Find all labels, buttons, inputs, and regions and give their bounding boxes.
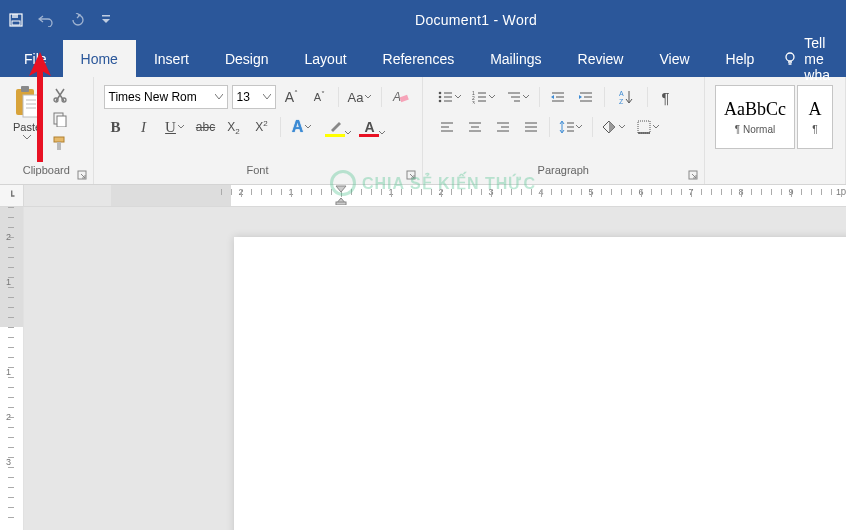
svg-rect-15 bbox=[54, 137, 64, 142]
highlight-button[interactable] bbox=[321, 115, 351, 139]
svg-point-22 bbox=[439, 96, 442, 99]
save-icon[interactable] bbox=[8, 12, 24, 28]
ruler-label: 1 bbox=[6, 367, 11, 377]
tab-mailings[interactable]: Mailings bbox=[472, 40, 559, 77]
shrink-font-button[interactable]: A˅ bbox=[308, 85, 332, 109]
svg-rect-3 bbox=[102, 15, 110, 17]
font-name-combo[interactable]: Times New Rom bbox=[104, 85, 228, 109]
style-name: ¶ Normal bbox=[735, 124, 775, 135]
bold-button[interactable]: B bbox=[104, 115, 128, 139]
tab-view[interactable]: View bbox=[641, 40, 707, 77]
superscript-button[interactable]: X2 bbox=[250, 115, 274, 139]
tab-selector[interactable]: ┗ bbox=[0, 185, 24, 206]
line-spacing-button[interactable] bbox=[556, 115, 586, 139]
increase-indent-button[interactable] bbox=[574, 85, 598, 109]
justify-button[interactable] bbox=[519, 115, 543, 139]
qat-customize-icon[interactable] bbox=[98, 12, 114, 28]
cut-icon[interactable] bbox=[52, 87, 70, 105]
strikethrough-button[interactable]: abc bbox=[194, 115, 218, 139]
borders-button[interactable] bbox=[633, 115, 663, 139]
group-styles: AaBbCc ¶ Normal A ¶ bbox=[705, 77, 846, 184]
show-marks-button[interactable]: ¶ bbox=[654, 85, 678, 109]
svg-rect-62 bbox=[336, 202, 346, 205]
tab-design[interactable]: Design bbox=[207, 40, 287, 77]
redo-icon[interactable] bbox=[68, 12, 84, 28]
chevron-down-icon bbox=[215, 93, 223, 101]
vertical-ruler[interactable]: 21123 bbox=[0, 207, 24, 530]
align-center-button[interactable] bbox=[463, 115, 487, 139]
horizontal-ruler[interactable]: 2112345678910 bbox=[231, 185, 846, 206]
document-title: Document1 - Word bbox=[114, 12, 838, 28]
font-size-combo[interactable]: 13 bbox=[232, 85, 276, 109]
ribbon: Paste Clipboard bbox=[0, 77, 846, 185]
dialog-launcher-icon[interactable] bbox=[688, 170, 700, 182]
svg-rect-59 bbox=[638, 121, 650, 133]
chevron-down-icon bbox=[263, 93, 271, 101]
indent-marker-icon[interactable] bbox=[335, 185, 347, 205]
group-clipboard: Paste Clipboard bbox=[0, 77, 94, 184]
group-paragraph: 123 AZ ¶ bbox=[423, 77, 705, 184]
subscript-button[interactable]: X2 bbox=[222, 115, 246, 139]
dialog-launcher-icon[interactable] bbox=[406, 170, 418, 182]
style-normal[interactable]: AaBbCc ¶ Normal bbox=[715, 85, 795, 149]
ruler-label: 3 bbox=[6, 457, 11, 467]
tab-references[interactable]: References bbox=[365, 40, 473, 77]
tab-insert[interactable]: Insert bbox=[136, 40, 207, 77]
style-next[interactable]: A ¶ bbox=[797, 85, 833, 149]
undo-icon[interactable] bbox=[38, 12, 54, 28]
style-preview: AaBbCc bbox=[724, 99, 786, 120]
tab-review[interactable]: Review bbox=[560, 40, 642, 77]
tell-me-search[interactable]: Tell me wha bbox=[772, 40, 846, 77]
paste-button[interactable]: Paste bbox=[6, 81, 48, 160]
quick-access-toolbar bbox=[8, 12, 114, 28]
svg-text:A: A bbox=[619, 90, 624, 97]
align-left-button[interactable] bbox=[435, 115, 459, 139]
svg-rect-6 bbox=[21, 86, 29, 92]
tab-home[interactable]: Home bbox=[63, 40, 136, 77]
clipboard-group-label: Clipboard bbox=[0, 164, 93, 184]
clear-formatting-button[interactable]: A bbox=[388, 85, 412, 109]
page[interactable] bbox=[234, 237, 846, 530]
title-bar: Document1 - Word bbox=[0, 0, 846, 40]
paste-label: Paste bbox=[13, 121, 41, 133]
ribbon-tabs: File Home Insert Design Layout Reference… bbox=[0, 40, 846, 77]
tell-me-label: Tell me wha bbox=[804, 35, 846, 83]
paragraph-group-label: Paragraph bbox=[423, 164, 704, 184]
paste-icon bbox=[13, 85, 41, 119]
chevron-down-icon bbox=[23, 135, 31, 140]
copy-icon[interactable] bbox=[52, 111, 70, 129]
tab-help[interactable]: Help bbox=[708, 40, 773, 77]
svg-rect-7 bbox=[23, 95, 39, 117]
format-painter-icon[interactable] bbox=[52, 135, 70, 153]
bullets-button[interactable] bbox=[435, 85, 465, 109]
tab-file[interactable]: File bbox=[8, 40, 63, 77]
svg-point-21 bbox=[439, 92, 442, 95]
font-name-value: Times New Rom bbox=[109, 90, 197, 104]
svg-rect-16 bbox=[57, 142, 61, 150]
sort-button[interactable]: AZ bbox=[611, 85, 641, 109]
svg-text:3: 3 bbox=[472, 100, 475, 104]
text-effects-button[interactable]: A bbox=[287, 115, 317, 139]
group-font: Times New Rom 13 A˄ A˅ Aa A bbox=[94, 77, 423, 184]
tab-layout[interactable]: Layout bbox=[287, 40, 365, 77]
svg-text:A: A bbox=[392, 90, 401, 104]
shading-button[interactable] bbox=[599, 115, 629, 139]
font-color-button[interactable]: A bbox=[355, 115, 385, 139]
ruler-label: 1 bbox=[6, 277, 11, 287]
svg-rect-1 bbox=[12, 14, 18, 18]
svg-point-23 bbox=[439, 100, 442, 103]
decrease-indent-button[interactable] bbox=[546, 85, 570, 109]
grow-font-button[interactable]: A˄ bbox=[280, 85, 304, 109]
change-case-button[interactable]: Aa bbox=[345, 85, 375, 109]
align-right-button[interactable] bbox=[491, 115, 515, 139]
document-viewport[interactable] bbox=[24, 207, 846, 530]
font-group-label: Font bbox=[94, 164, 422, 184]
italic-button[interactable]: I bbox=[132, 115, 156, 139]
horizontal-ruler-row: ┗ 2112345678910 bbox=[0, 185, 846, 207]
numbering-button[interactable]: 123 bbox=[469, 85, 499, 109]
underline-button[interactable]: U bbox=[160, 115, 190, 139]
svg-rect-2 bbox=[12, 21, 20, 25]
dialog-launcher-icon[interactable] bbox=[77, 170, 89, 182]
multilevel-list-button[interactable] bbox=[503, 85, 533, 109]
svg-point-4 bbox=[786, 53, 794, 61]
